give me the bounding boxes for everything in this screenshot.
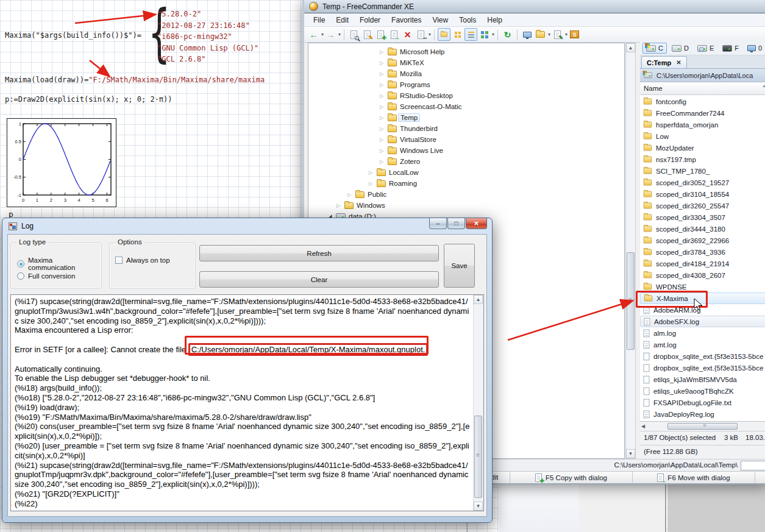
column-header-name[interactable]: Name ▲ (640, 82, 765, 95)
file-row[interactable]: AdobeSFX.log (640, 316, 765, 327)
drive-button-D[interactable]: D (668, 43, 692, 54)
radio-maxima-communication[interactable]: Maxima communication (17, 257, 101, 271)
log-scroll-down-icon[interactable]: ▼ (474, 502, 483, 511)
file-row[interactable]: dropbox_sqlite_ext.{5f3e3153-5bce (640, 350, 765, 362)
file-row[interactable]: scoped_dir3784_3936 (640, 246, 765, 258)
file-row[interactable]: alm.log (640, 327, 765, 339)
dropdown-caret-icon[interactable]: ▾ (429, 32, 431, 37)
minimize-button[interactable]: – (429, 218, 447, 229)
log-scroll-up-icon[interactable]: ▲ (474, 295, 483, 304)
collapsed-triangle-icon[interactable]: ▷ (379, 93, 385, 99)
collapsed-triangle-icon[interactable]: ▷ (379, 115, 385, 121)
menu-item-help[interactable]: Help (482, 15, 508, 26)
delete-icon[interactable]: ✕ (401, 28, 414, 41)
file-row[interactable]: scoped_dir3052_19527 (640, 177, 765, 188)
dropdown-caret-icon[interactable]: ▾ (565, 32, 568, 37)
save-button[interactable]: Save (444, 244, 475, 288)
sine-plot[interactable]: 0123456-1-0.500.51 (7, 118, 116, 207)
fkey-f5-button[interactable]: ✚F5 Copy with dialog (510, 472, 633, 483)
tab-c-temp[interactable]: C:Temp ✕ (641, 56, 687, 68)
dropdown-caret-icon[interactable]: ▾ (321, 32, 324, 37)
file-row[interactable]: scoped_dir4184_21914 (640, 258, 765, 269)
address-bar[interactable]: C:\Users\omorjan\AppData\Loca (640, 69, 765, 82)
checker-icon[interactable] (521, 28, 533, 41)
tree-scrollbar-thumb[interactable] (627, 252, 635, 350)
tree-item-thunderbird[interactable]: ▷Thunderbird (379, 123, 438, 134)
collapsed-triangle-icon[interactable]: ▷ (379, 82, 385, 88)
checkbox-icon[interactable] (115, 257, 123, 264)
file-row[interactable]: scoped_dir3304_3507 (640, 211, 765, 223)
tree-item-roaming[interactable]: ▷Roaming (368, 178, 417, 189)
drive-button-F[interactable]: F (719, 43, 742, 54)
draw2d-expression[interactable]: p:=Draw2D(explicit(sin(x); x; 0; 2·π)) (5, 95, 173, 104)
tree-item-microsoft-help[interactable]: ▷Microsoft Help (379, 46, 445, 57)
tree-item-public[interactable]: ▷Public (346, 189, 386, 200)
tree-view-icon[interactable] (438, 28, 450, 41)
freecommander-titlebar[interactable]: Temp - FreeCommander XE (304, 0, 765, 13)
move-icon[interactable]: → (388, 28, 400, 41)
file-row[interactable]: amt.log (640, 339, 765, 350)
file-row[interactable]: scoped_dir3104_18554 (640, 188, 765, 200)
file-row[interactable]: nsx7197.tmp (640, 154, 765, 165)
hscrollbar-thumb[interactable] (667, 423, 738, 430)
search-icon[interactable]: ●● (415, 28, 427, 41)
tree-item-windows[interactable]: ▷Windows (335, 200, 385, 211)
collapsed-triangle-icon[interactable]: ▷ (368, 170, 374, 176)
collapsed-triangle-icon[interactable]: ▷ (379, 71, 385, 77)
scroll-left-icon[interactable]: ◀ (641, 424, 645, 429)
tree-scrollbar[interactable]: ▲ ▼ (625, 43, 636, 459)
forward-icon[interactable]: → (324, 28, 337, 41)
file-row[interactable]: scoped_dir3692_22966 (640, 235, 765, 246)
file-row[interactable]: Low (640, 130, 765, 142)
tree-item-locallow[interactable]: ▷LocalLow (368, 167, 419, 178)
collapsed-triangle-icon[interactable]: ▷ (379, 60, 385, 66)
checkbox-always-on-top[interactable]: Always on top (115, 257, 170, 264)
tree-item-rstudio-desktop[interactable]: ▷RStudio-Desktop (379, 90, 453, 101)
maxima-load-draw-expression[interactable]: Maxima(load(draw))="F:/SMath/Maxima/Bin/… (5, 76, 265, 84)
refresh-button[interactable]: Refresh (199, 245, 439, 261)
dropdown-caret-icon[interactable]: ▾ (338, 32, 341, 37)
radio-unselected-icon[interactable] (17, 272, 24, 280)
log-scrollbar[interactable]: ▲ ▼ (473, 295, 483, 511)
editor-icon[interactable]: ✎ (551, 28, 564, 41)
path-edit-box[interactable] (741, 461, 765, 470)
drive-button-C[interactable]: C (642, 43, 667, 54)
file-row[interactable]: SCI_TMP_1780_ (640, 165, 765, 177)
log-scrollbar-thumb[interactable] (474, 416, 482, 498)
file-row[interactable]: etilqs_kjJaWmBfSMVV5da (640, 374, 765, 385)
radio-selected-icon[interactable] (17, 260, 24, 268)
file-row[interactable]: fontconfig (640, 96, 765, 107)
file-row[interactable]: dropbox_sqlite_ext.{5f3e3153-5bce (640, 362, 765, 374)
thumbs-view-icon[interactable] (478, 28, 491, 41)
tree-item-miktex[interactable]: ▷MiKTeX (379, 57, 424, 68)
file-list[interactable]: fontconfigFreeCommander7244hsperfdata_om… (640, 95, 765, 421)
clear-button[interactable]: Clear (199, 271, 439, 288)
collapsed-triangle-icon[interactable]: ▷ (379, 104, 385, 110)
tree-item-programs[interactable]: ▷Programs (379, 79, 430, 90)
dropdown-caret-icon[interactable]: ▾ (548, 32, 550, 37)
collapsed-triangle-icon[interactable]: ▷ (379, 148, 385, 154)
collapsed-triangle-icon[interactable]: ▷ (335, 203, 341, 208)
horizontal-scrollbar[interactable]: ◀ (640, 421, 765, 431)
log-output-textarea[interactable]: (%i17) supcase(string(draw2d([terminal=s… (10, 294, 484, 511)
menu-item-favorites[interactable]: Favorites (386, 15, 427, 26)
dropdown-caret-icon[interactable]: ▾ (492, 32, 494, 37)
fkey-f6-button[interactable]: →F6 Move with dialog (633, 472, 755, 483)
drive-button-E[interactable]: E (694, 43, 717, 54)
collapsed-triangle-icon[interactable]: ▷ (346, 192, 352, 197)
collapsed-triangle-icon[interactable]: ▷ (379, 49, 385, 55)
file-row[interactable]: etilqs_uke9aoogTBqhcZK (640, 385, 765, 397)
icons-view-icon[interactable] (451, 28, 464, 41)
folder-tools-icon[interactable] (534, 28, 547, 41)
file-row[interactable]: FXSAPIDebugLogFile.txt (640, 397, 765, 408)
collapsed-triangle-icon[interactable]: ▷ (379, 137, 385, 143)
log-dialog-titlebar[interactable]: Log (2, 218, 492, 234)
file-row[interactable]: JavaDeployReg.log (640, 408, 765, 420)
menu-item-view[interactable]: View (427, 15, 454, 26)
radio-full-conversion[interactable]: Full conversion (17, 272, 75, 280)
tree-item-temp[interactable]: ▷Temp (379, 112, 420, 123)
quick-view-icon[interactable] (347, 28, 360, 41)
tree-item-screencast-o-matic[interactable]: ▷Screencast-O-Matic (379, 101, 462, 112)
collapsed-triangle-icon[interactable]: ▷ (368, 181, 374, 186)
menu-item-tools[interactable]: Tools (454, 15, 482, 26)
